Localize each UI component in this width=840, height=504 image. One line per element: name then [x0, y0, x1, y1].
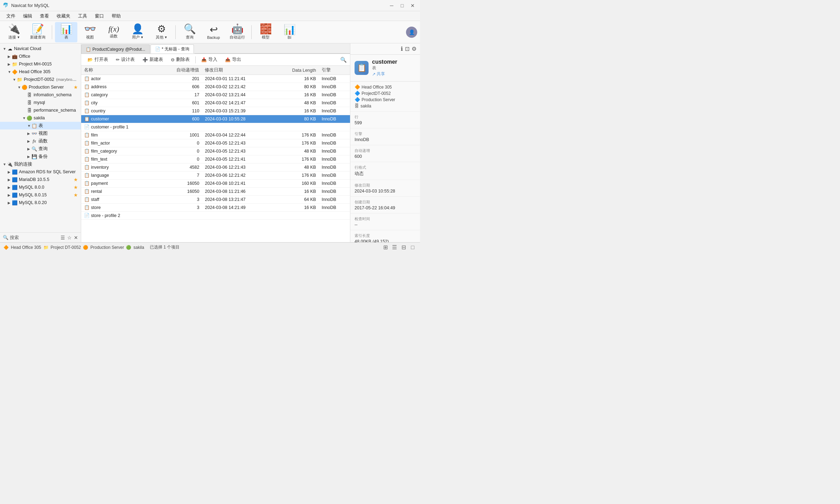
sidebar-search-button[interactable]: 🔍 搜索	[3, 234, 19, 241]
sidebar-item-mariadb[interactable]: ▶ 🟦 MariaDB 10.5.5 ★	[0, 176, 81, 183]
status-view-list[interactable]: ☰	[391, 244, 398, 251]
info-button[interactable]: ℹ	[401, 46, 403, 52]
table-cell-size: 48 KB	[273, 147, 319, 155]
toolbar-query[interactable]: 🔍 查询	[178, 22, 201, 42]
sidebar-item-mysql8020[interactable]: ▶ 🟦 MySQL 8.0.20	[0, 199, 81, 206]
table-row[interactable]: 📄store - profile 2	[81, 212, 350, 220]
status-view-large[interactable]: □	[409, 244, 416, 251]
col-auto-incr: 自动递增值	[159, 66, 202, 75]
table-row[interactable]: 📋category172024-03-02 13:21:4416 KBInnoD…	[81, 91, 350, 99]
table-cell-size	[273, 212, 319, 220]
tree-arrow-my-connections: ▼	[3, 162, 7, 166]
minimize-button[interactable]: ─	[387, 2, 396, 9]
table-row[interactable]: 📋film_actor02024-03-05 12:21:43176 KBInn…	[81, 139, 350, 147]
sidebar-close-icon[interactable]: ✕	[74, 235, 78, 240]
sidebar-item-views[interactable]: ▶ 👓 视图	[0, 130, 81, 137]
sidebar-item-production-server[interactable]: ▼ 🟠 Production Server ★	[0, 83, 81, 91]
toolbar-bi[interactable]: 📊 BI	[278, 22, 301, 42]
sidebar-list-icon[interactable]: ☰	[61, 235, 65, 240]
toolbar-user[interactable]: 👤 用户 ▾	[126, 22, 149, 42]
sidebar-item-tables[interactable]: ▼ 📋 表	[0, 122, 81, 130]
table-row[interactable]: 📋staff32024-03-08 13:21:4764 KBInnoDB	[81, 196, 350, 204]
toolbar-model[interactable]: 🧱 模型	[254, 22, 277, 42]
table-row[interactable]: 📄customer - profile 1	[81, 123, 350, 131]
table-row[interactable]: 📋inventory45822024-03-06 12:21:4348 KBIn…	[81, 163, 350, 172]
close-button[interactable]: ✕	[408, 2, 417, 9]
menu-window[interactable]: 窗口	[91, 12, 107, 20]
sidebar-item-mysql8015[interactable]: ▶ 🟦 MySQL 8.0.15 ★	[0, 191, 81, 199]
import-button[interactable]: 📥 导入	[198, 56, 221, 64]
menu-help[interactable]: 帮助	[108, 12, 124, 20]
sidebar-item-mysql[interactable]: 🗄 mysql	[0, 99, 81, 106]
table-cell-modified: 2024-03-05 12:21:43	[202, 147, 273, 155]
table-cell-name: 📋city	[81, 99, 159, 107]
table-row[interactable]: 📋rental160502024-03-08 11:21:4616 KBInno…	[81, 188, 350, 196]
toolbar-new-query[interactable]: 📝 新建查询	[27, 22, 49, 42]
toolbar-model-label: 模型	[262, 35, 270, 40]
table-row[interactable]: 📋film_category02024-03-05 12:21:4348 KBI…	[81, 147, 350, 155]
sidebar-item-sakila[interactable]: ▼ 🟢 sakila	[0, 114, 81, 122]
tab-product-category[interactable]: 📋 ProductCategory @Produt...	[81, 44, 150, 54]
table-row[interactable]: 📋city6012024-03-02 14:21:4748 KBInnoDB	[81, 99, 350, 107]
table-row[interactable]: 📋payment160502024-03-08 10:21:41160 KBIn…	[81, 180, 350, 188]
table-search-button[interactable]: 🔍	[340, 56, 347, 64]
status-view-detail[interactable]: ⊟	[400, 244, 407, 251]
design-table-button[interactable]: ✏ 设计表	[112, 56, 138, 64]
table-cell-name: 📋country	[81, 107, 159, 115]
toolbar-backup[interactable]: ↩ Backup	[202, 22, 225, 42]
sidebar-item-navicat-cloud[interactable]: ▼ ☁ Navicat Cloud	[0, 45, 81, 52]
table-row[interactable]: 📋address6062024-03-02 12:21:4280 KBInnoD…	[81, 83, 350, 91]
sidebar-item-amazon-rds[interactable]: ▶ 🟦 Amazon RDS for SQL Server	[0, 168, 81, 176]
tab-untitled-query[interactable]: 📄 * 无标题 - 查询	[150, 44, 194, 54]
toolbar-other[interactable]: ⚙ 其他 ▾	[150, 22, 173, 42]
table-row[interactable]: 📋film10012024-03-04 12:22:44176 KBInnoDB	[81, 131, 350, 139]
table-row[interactable]: 📋store32024-03-08 14:21:4916 KBInnoDB	[81, 204, 350, 212]
menu-tools[interactable]: 工具	[75, 12, 91, 20]
status-view-grid[interactable]: ⊞	[382, 244, 389, 251]
sidebar-item-office[interactable]: ▶ 💼 Office	[0, 52, 81, 60]
export-button[interactable]: 📤 导出	[222, 56, 245, 64]
table-cell-modified: 2024-03-08 13:21:47	[202, 196, 273, 204]
sidebar-item-project-mh[interactable]: ▶ 📁 Project MH-0015	[0, 60, 81, 68]
table-row-icon: 📄	[84, 213, 90, 218]
table-row[interactable]: 📋country1102024-03-03 15:21:3916 KBInnoD…	[81, 107, 350, 115]
sidebar-item-mysql800[interactable]: ▶ 🟦 MySQL 8.0.0 ★	[0, 183, 81, 191]
mariadb-icon: 🟦	[12, 177, 18, 182]
delete-table-button[interactable]: ⊖ 删除表	[167, 56, 193, 64]
table-row[interactable]: 📋language72024-03-06 12:21:42176 KBInnoD…	[81, 172, 350, 180]
ddl-button[interactable]: ⊡	[405, 46, 410, 52]
table-row[interactable]: 📋actor2012024-03-01 11:21:4116 KBInnoDB	[81, 75, 350, 83]
sidebar-item-queries[interactable]: ▶ 🔍 查询	[0, 145, 81, 153]
toolbar-connect[interactable]: 🔌 连接 ▾	[3, 22, 25, 42]
table-row[interactable]: 📋film_text02024-03-05 12:21:41176 KBInno…	[81, 155, 350, 163]
sidebar-item-my-connections[interactable]: ▼ 🔌 我的连接	[0, 160, 81, 168]
sidebar-item-head-office[interactable]: ▼ 🔶 Head Office 305	[0, 68, 81, 76]
table-cell-engine: InnoDB	[319, 155, 350, 163]
sidebar-item-perf-schema[interactable]: 🗄 performance_schema	[0, 106, 81, 114]
table-icon: 📊	[60, 24, 72, 34]
table-row[interactable]: 📋customer6002024-03-03 10:55:2880 KBInno…	[81, 115, 350, 123]
sidebar-item-backups[interactable]: ▶ 💾 备份	[0, 153, 81, 160]
toolbar-autorun[interactable]: 🤖 自动运行	[226, 22, 248, 42]
toolbar-table-label: 表	[64, 35, 68, 40]
open-table-button[interactable]: 📂 打开表	[84, 56, 112, 64]
share-button[interactable]: ↗ 共享	[372, 71, 397, 77]
settings-button[interactable]: ⚙	[412, 46, 416, 52]
toolbar-table[interactable]: 📊 表	[55, 22, 77, 42]
table-cell-engine: InnoDB	[319, 172, 350, 180]
user-avatar[interactable]: 👤	[406, 27, 417, 38]
sidebar-item-info-schema[interactable]: 🗄 infomation_schema	[0, 91, 81, 99]
new-table-button[interactable]: ➕ 新建表	[139, 56, 167, 64]
table-row-icon: 📋	[84, 92, 90, 98]
sidebar-item-functions[interactable]: ▶ fx 函数	[0, 137, 81, 145]
menu-file[interactable]: 文件	[3, 12, 19, 20]
toolbar-view[interactable]: 👓 视图	[79, 22, 101, 42]
menu-edit[interactable]: 编辑	[20, 12, 36, 20]
menu-favorites[interactable]: 收藏夹	[53, 12, 74, 20]
maximize-button[interactable]: □	[398, 2, 407, 9]
open-table-label: 打开表	[94, 57, 108, 63]
sidebar-star-icon[interactable]: ☆	[67, 235, 72, 240]
toolbar-function[interactable]: f(x) 函数	[103, 22, 125, 42]
sidebar-item-projectdt[interactable]: ▼ 📁 ProjectDT-0052 (marybrown)	[0, 76, 81, 83]
menu-view[interactable]: 查看	[36, 12, 52, 20]
